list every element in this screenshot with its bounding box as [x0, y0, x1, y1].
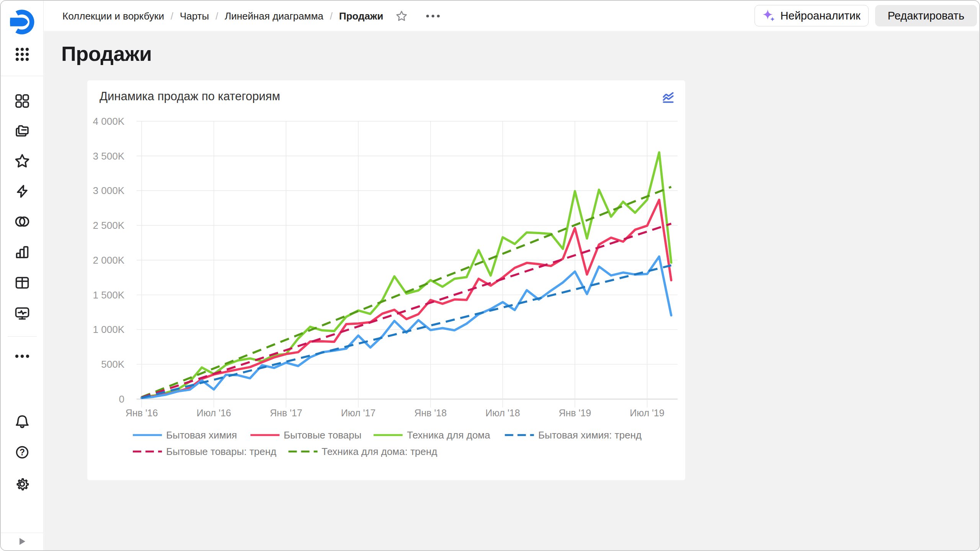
svg-text:Янв '17: Янв '17: [270, 408, 302, 418]
svg-text:Бытовая химия: Бытовая химия: [166, 429, 237, 441]
svg-text:1 500K: 1 500K: [93, 289, 125, 301]
svg-text:?: ?: [19, 447, 24, 457]
svg-text:Бытовые товары: Бытовые товары: [284, 429, 361, 441]
svg-text:3 500K: 3 500K: [93, 150, 125, 162]
svg-text:Бытовая химия: тренд: Бытовая химия: тренд: [538, 429, 642, 441]
svg-text:2 500K: 2 500K: [93, 220, 125, 231]
svg-text:1 000K: 1 000K: [93, 324, 125, 335]
svg-text:4 000K: 4 000K: [93, 116, 125, 127]
svg-text:500K: 500K: [101, 359, 124, 370]
svg-text:Янв '19: Янв '19: [559, 408, 591, 418]
svg-text:Техника для дома: тренд: Техника для дома: тренд: [322, 446, 437, 457]
svg-text:3 000K: 3 000K: [93, 185, 125, 196]
svg-text:Июл '19: Июл '19: [630, 408, 664, 418]
svg-text:Июл '17: Июл '17: [341, 408, 376, 418]
svg-text:Июл '16: Июл '16: [196, 408, 231, 418]
svg-text:Июл '18: Июл '18: [485, 408, 520, 418]
svg-text:Янв '16: Янв '16: [126, 408, 158, 418]
svg-text:Техника для дома: Техника для дома: [407, 429, 490, 441]
svg-text:Бытовые товары: тренд: Бытовые товары: тренд: [166, 446, 276, 457]
svg-text:2 000K: 2 000K: [93, 254, 125, 266]
svg-text:0: 0: [119, 393, 124, 405]
svg-text:Янв '18: Янв '18: [414, 408, 447, 418]
